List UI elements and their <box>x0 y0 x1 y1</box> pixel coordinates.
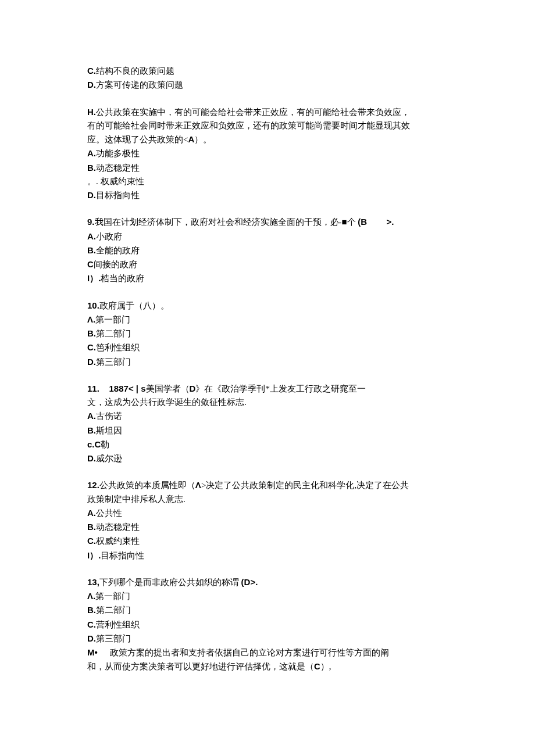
stem-text: 公共政策在实施中，有的可能会给社会带来正效应，有的可能给社会带来负效应， <box>96 108 410 117</box>
answer-bracket: (D>. <box>241 577 258 587</box>
question-12: 12.公共政策的本质属性即（Λ>决定了公共政策制定的民主化和科学化,决定了在公共… <box>87 478 448 562</box>
answer-letter: Λ <box>195 480 201 490</box>
option-c: c.C勒 <box>87 438 448 452</box>
question-stem-cont: 应。这体现了公共政策的<A）。 <box>87 132 448 146</box>
stem-prefix: 13, <box>87 577 99 587</box>
stem-text: 》在《政治学季刊*上发友工行政之研窕至一 <box>195 384 366 393</box>
question-13-14: 13,下列哪个是而非政府公共如织的称谓 (D>. Λ.第一部门 B.第二部门 C… <box>87 575 448 674</box>
option-text: 方案可传递的政策问题 <box>96 80 183 89</box>
option-c: 。. 权威约束性 <box>87 175 448 188</box>
question-8: H.公共政策在实施中，有的可能会给社会带来正效应，有的可能给社会带来负效应， 有… <box>87 105 448 203</box>
option-text: 第一部门 <box>95 592 130 601</box>
stem-text: 和，从而使方案决策者可以更好地进行评估择优，这就是（ <box>87 662 314 671</box>
stem-text: 政策方案的提出者和支持者依据自己的立论对方案进行可行性等方面的阐 <box>110 648 389 657</box>
option-d: D.第三部门 <box>87 632 448 646</box>
option-b: B.动态稳定性 <box>87 520 448 534</box>
question-stem: 9.我国在计划经济体制下，政府对社会和经济实施全面的干预，必-■个 (B >. <box>87 215 448 229</box>
option-text: 第二部门 <box>96 605 131 615</box>
option-label: C. <box>87 66 96 76</box>
option-text: 勒 <box>101 440 109 449</box>
option-label: A. <box>87 148 96 158</box>
option-label: B. <box>87 163 96 173</box>
option-label: D. <box>87 357 96 367</box>
option-text: 威尔逊 <box>96 454 122 463</box>
answer-bracket: (B >. <box>358 217 394 227</box>
option-d: I）.梏当的政府 <box>87 271 448 285</box>
option-a: A.公共性 <box>87 506 448 520</box>
option-text: 公共性 <box>96 508 122 518</box>
stem-text: 我国在计划经济体制下，政府对社会和经济实施全面的干预，必-■个 <box>95 217 358 227</box>
option-a: A.功能多极性 <box>87 146 448 160</box>
option-text: 古伤诺 <box>96 411 122 421</box>
option-text: 动态稳定性 <box>96 522 140 532</box>
option-text: 第三部门 <box>96 357 131 367</box>
option-text: 小政府 <box>96 232 122 241</box>
question-14-stem: M• 政策方案的提出者和支持者依据自己的立论对方案进行可行性等方面的阐 <box>87 646 448 660</box>
stem-text: ）。 <box>194 135 212 144</box>
option-c: C间接的政府 <box>87 257 448 271</box>
option-text: 全能的政府 <box>96 246 140 255</box>
option-text: 目标指向性 <box>96 191 140 200</box>
option-label: C. <box>87 619 96 629</box>
option-d: D.目标指向性 <box>87 188 448 202</box>
question-stem: 10.政府属于（八）。 <box>87 299 448 313</box>
option-label: I）. <box>87 273 101 283</box>
option-text: 动态稳定性 <box>96 163 140 173</box>
option-text: 斯坦因 <box>96 426 122 435</box>
option-label: A. <box>87 231 96 241</box>
option-text: 目标指向性 <box>101 551 144 560</box>
question-stem: 12.公共政策的本质属性即（Λ>决定了公共政策制定的民主化和科学化,决定了在公共 <box>87 478 448 492</box>
option-label: D. <box>87 190 96 200</box>
option-label: Λ. <box>87 314 95 324</box>
option-text: 梏当的政府 <box>101 274 144 283</box>
answer-letter: D <box>190 384 196 393</box>
option-label: c.C <box>87 439 101 449</box>
stem-text: 公共政策的本质属性即（ <box>99 481 195 490</box>
option-label: I）. <box>87 550 101 560</box>
option-text: 营利性组织 <box>96 620 140 629</box>
option-text: 功能多极性 <box>96 149 140 158</box>
option-label: B. <box>87 425 96 435</box>
option-d: D.第三部门 <box>87 355 448 369</box>
option-a: A.古伤诺 <box>87 409 448 423</box>
option-label: B. <box>87 522 96 532</box>
option-label: B. <box>87 245 96 255</box>
option-a: Λ.第一部门 <box>87 313 448 327</box>
option-text: 第一部门 <box>95 315 130 324</box>
question-stem-cont: 有的可能给社会同时带来正效应和负效应，还有的政策可能尚需要时间才能显现其效 <box>87 119 448 132</box>
stem-prefix: 9. <box>87 217 95 227</box>
stem-text: 美国学者（ <box>146 384 190 393</box>
option-b: B.全能的政府 <box>87 243 448 257</box>
option-text: 笆利性组织 <box>96 343 140 352</box>
stem-prefix: 12. <box>87 480 99 490</box>
option-label: C <box>87 259 94 269</box>
option-label: C. <box>87 342 96 352</box>
answer-letter: A <box>188 134 194 144</box>
option-text: 权威约束性 <box>96 536 140 546</box>
option-text: 间接的政府 <box>94 260 137 269</box>
option-a: Λ.第一部门 <box>87 589 448 603</box>
option-d: D.威尔逊 <box>87 452 448 465</box>
question-10: 10.政府属于（八）。 Λ.第一部门 B.第二部门 C.笆利性组织 D.第三部门 <box>87 299 448 369</box>
option-d: I）.目标指向性 <box>87 549 448 562</box>
document-page: C.结构不良的政策问题 D.方案可传递的政策问题 H.公共政策在实施中，有的可能… <box>0 0 535 709</box>
option-a: A.小政府 <box>87 230 448 243</box>
question-9: 9.我国在计划经济体制下，政府对社会和经济实施全面的干预，必-■个 (B >. … <box>87 215 448 285</box>
question-stem-cont: 政策制定中排斥私人意志. <box>87 493 448 506</box>
stem-prefix: 11. 1887< | s <box>87 384 146 393</box>
option-label: Λ. <box>87 591 95 601</box>
stem-text: ）, <box>320 662 331 671</box>
question-14-stem-cont: 和，从而使方案决策者可以更好地进行评估择优，这就是（C）, <box>87 660 448 673</box>
option-b: B.第二部门 <box>87 327 448 341</box>
option-text: 结构不良的政策问题 <box>96 66 174 76</box>
option-b: B.斯坦因 <box>87 424 448 438</box>
option-label: D. <box>87 80 96 89</box>
question-stem: 11. 1887< | s美国学者（D》在《政治学季刊*上发友工行政之研窕至一 <box>87 382 448 396</box>
option-b: B.动态稳定性 <box>87 161 448 175</box>
option-c: C.结构不良的政策问题 <box>87 64 448 78</box>
stem-prefix: M• <box>87 647 110 657</box>
stem-text: 政府属于（八）。 <box>99 301 169 310</box>
option-label: D. <box>87 633 96 643</box>
stem-text: 下列哪个是而非政府公共如织的称谓 <box>99 578 241 587</box>
question-7-partial: C.结构不良的政策问题 D.方案可传递的政策问题 <box>87 64 448 92</box>
